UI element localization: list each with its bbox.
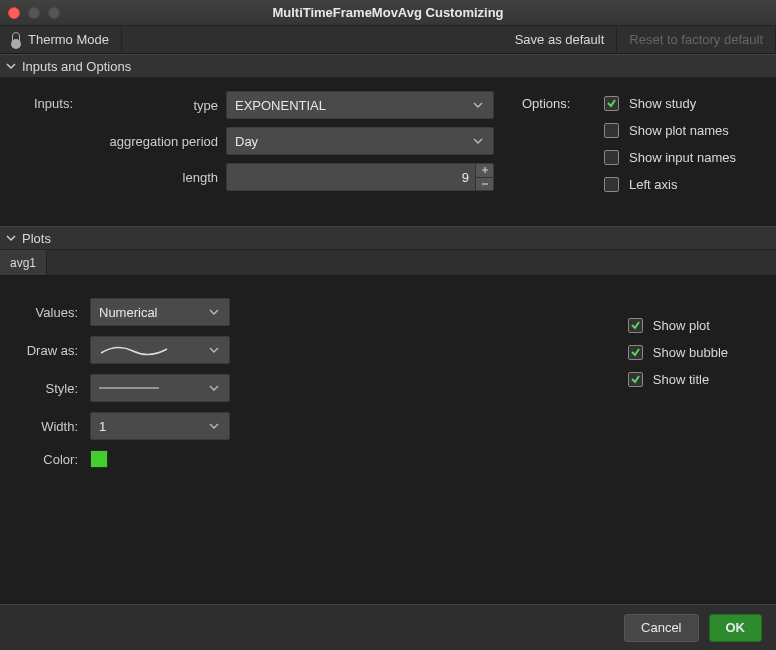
- cancel-button[interactable]: Cancel: [624, 614, 698, 642]
- plots-tabbar: avg1: [0, 250, 776, 276]
- options-label: Options:: [522, 96, 570, 111]
- length-value: 9: [462, 170, 469, 185]
- show-plot-names-label: Show plot names: [629, 123, 729, 138]
- minus-icon: [481, 180, 489, 188]
- show-input-names-checkbox[interactable]: [604, 150, 619, 165]
- style-label: Style:: [18, 381, 78, 396]
- minimize-icon[interactable]: [28, 7, 40, 19]
- show-study-checkbox[interactable]: [604, 96, 619, 111]
- chevron-down-icon: [6, 233, 16, 243]
- length-spinner: [475, 164, 493, 190]
- show-title-label: Show title: [653, 372, 709, 387]
- width-select[interactable]: 1: [90, 412, 230, 440]
- thermometer-icon: [12, 32, 20, 48]
- reset-factory-label: Reset to factory default: [629, 32, 763, 47]
- footer: Cancel OK: [0, 604, 776, 650]
- close-icon[interactable]: [8, 7, 20, 19]
- show-study-label: Show study: [629, 96, 696, 111]
- caret-down-icon: [209, 309, 219, 315]
- aggregation-select[interactable]: Day: [226, 127, 494, 155]
- show-plot-label: Show plot: [653, 318, 710, 333]
- show-bubble-label: Show bubble: [653, 345, 728, 360]
- caret-down-icon: [473, 138, 483, 144]
- decrement-button[interactable]: [476, 178, 493, 191]
- type-value: EXPONENTIAL: [235, 98, 326, 113]
- reset-factory-button: Reset to factory default: [617, 26, 776, 53]
- show-input-names-label: Show input names: [629, 150, 736, 165]
- length-input[interactable]: 9: [226, 163, 494, 191]
- save-default-button[interactable]: Save as default: [503, 26, 618, 53]
- caret-down-icon: [209, 423, 219, 429]
- plot-tab-avg1[interactable]: avg1: [0, 250, 47, 275]
- type-label: type: [18, 98, 218, 113]
- agg-label: aggregation period: [18, 134, 218, 149]
- curve-preview-icon: [99, 343, 169, 357]
- ok-label: OK: [726, 620, 746, 635]
- show-plot-names-checkbox[interactable]: [604, 123, 619, 138]
- plot-tab-label: avg1: [10, 256, 36, 270]
- toolbar: Thermo Mode Save as default Reset to fac…: [0, 26, 776, 54]
- section-plots-header[interactable]: Plots: [0, 226, 776, 250]
- window-titlebar: MultiTimeFrameMovAvg Customizing: [0, 0, 776, 26]
- caret-down-icon: [209, 385, 219, 391]
- window-controls: [8, 7, 60, 19]
- caret-down-icon: [473, 102, 483, 108]
- ok-button[interactable]: OK: [709, 614, 763, 642]
- maximize-icon[interactable]: [48, 7, 60, 19]
- line-preview-icon: [99, 384, 159, 392]
- length-label: length: [18, 170, 218, 185]
- left-axis-checkbox[interactable]: [604, 177, 619, 192]
- show-bubble-checkbox[interactable]: [628, 345, 643, 360]
- agg-value: Day: [235, 134, 258, 149]
- color-swatch: [90, 450, 108, 468]
- color-picker[interactable]: [90, 450, 230, 468]
- show-plot-checkbox[interactable]: [628, 318, 643, 333]
- cancel-label: Cancel: [641, 620, 681, 635]
- section-plots-title: Plots: [22, 231, 51, 246]
- style-select[interactable]: [90, 374, 230, 402]
- section-inputs-options-header[interactable]: Inputs and Options: [0, 54, 776, 78]
- show-title-checkbox[interactable]: [628, 372, 643, 387]
- width-value: 1: [99, 419, 106, 434]
- values-value: Numerical: [99, 305, 158, 320]
- section-inputs-options-title: Inputs and Options: [22, 59, 131, 74]
- width-label: Width:: [18, 419, 78, 434]
- values-select[interactable]: Numerical: [90, 298, 230, 326]
- chevron-down-icon: [6, 61, 16, 71]
- type-select[interactable]: EXPONENTIAL: [226, 91, 494, 119]
- thermo-mode-label: Thermo Mode: [28, 32, 109, 47]
- values-label: Values:: [18, 305, 78, 320]
- thermo-mode-button[interactable]: Thermo Mode: [0, 26, 122, 53]
- drawas-label: Draw as:: [18, 343, 78, 358]
- drawas-select[interactable]: [90, 336, 230, 364]
- section-inputs-options-body: Inputs: type EXPONENTIAL aggregation per…: [0, 78, 776, 226]
- increment-button[interactable]: [476, 164, 493, 178]
- color-label: Color:: [18, 452, 78, 467]
- save-default-label: Save as default: [515, 32, 605, 47]
- window-title: MultiTimeFrameMovAvg Customizing: [0, 5, 776, 20]
- section-plots-body: Values: Numerical Draw as: Style:: [0, 276, 776, 490]
- plus-icon: [481, 166, 489, 174]
- left-axis-label: Left axis: [629, 177, 677, 192]
- caret-down-icon: [209, 347, 219, 353]
